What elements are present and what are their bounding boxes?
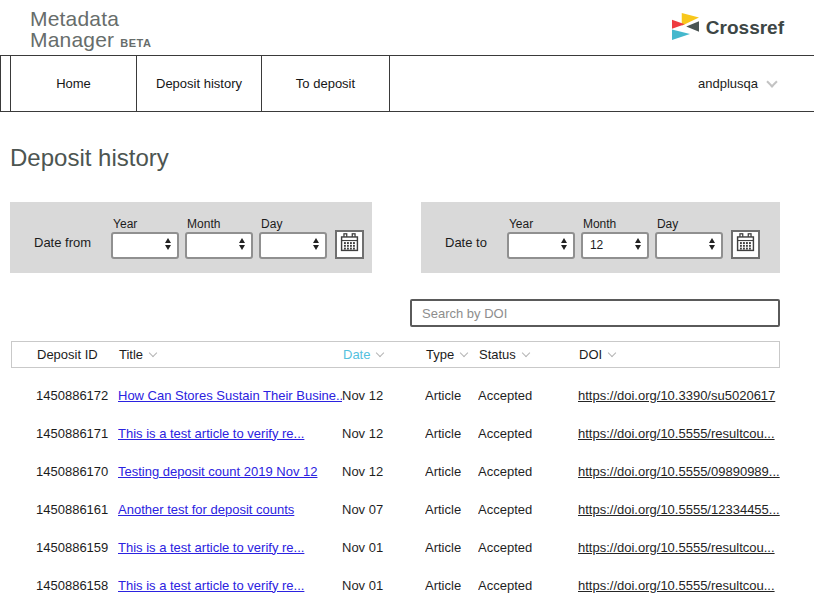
month-value: 12	[590, 238, 603, 252]
nav-tab-home-label: Home	[56, 76, 91, 91]
title-link[interactable]: Testing deposit count 2019 Nov 12	[118, 464, 317, 479]
metadata-manager-page: Metadata Manager BETA Crossref Home	[0, 0, 814, 613]
nav-right: andplusqa	[390, 56, 814, 111]
title-link[interactable]: How Can Stores Sustain Their Busine...	[118, 388, 342, 403]
nav-tab-deposit-history[interactable]: Deposit history	[137, 56, 262, 111]
date-to-day-select[interactable]	[655, 232, 723, 259]
column-header-deposit-id[interactable]: Deposit ID	[12, 347, 119, 362]
column-header-doi[interactable]: DOI	[579, 347, 779, 362]
calendar-icon	[340, 233, 359, 256]
date-from-year-select[interactable]	[111, 232, 179, 259]
crossref-wordmark: Crossref	[706, 17, 784, 39]
date-from-month-select[interactable]	[185, 232, 253, 259]
type-cell: Article	[425, 502, 478, 517]
month-label: Month	[187, 217, 253, 231]
table-row: 1450886161 Another test for deposit coun…	[11, 490, 780, 528]
day-label: Day	[657, 217, 723, 231]
date-from-fields: Year Month Day	[111, 217, 364, 259]
title-cell: How Can Stores Sustain Their Busine...	[118, 388, 342, 403]
doi-cell: https://doi.org/10.5555/12334455...	[578, 502, 780, 517]
nav-tab-to-deposit[interactable]: To deposit	[262, 56, 390, 111]
date-to-label: Date to	[445, 225, 487, 250]
sort-chevron-icon	[376, 349, 384, 357]
column-label: DOI	[579, 347, 602, 362]
select-stepper-icon	[561, 238, 567, 251]
date-from-year-field: Year	[111, 217, 179, 259]
sort-chevron-icon	[460, 349, 468, 357]
day-label: Day	[261, 217, 327, 231]
nav-spacer	[1, 56, 11, 111]
title-link[interactable]: This is a test article to verify re...	[118, 426, 304, 441]
doi-link[interactable]: https://doi.org/10.5555/12334455...	[578, 502, 780, 517]
deposit-id-cell: 1450886172	[11, 388, 118, 403]
table-body: 1450886172 How Can Stores Sustain Their …	[11, 376, 780, 604]
date-to-month-field: Month 12	[581, 217, 649, 259]
doi-cell: https://doi.org/10.5555/resultcou...	[578, 540, 780, 555]
column-header-type[interactable]: Type	[426, 347, 479, 362]
chevron-down-icon	[766, 76, 777, 87]
user-menu[interactable]: andplusqa	[698, 76, 776, 91]
nav-tab-home[interactable]: Home	[11, 56, 137, 111]
date-from-month-field: Month	[185, 217, 253, 259]
status-cell: Accepted	[478, 426, 578, 441]
doi-cell: https://doi.org/10.3390/su5020617	[578, 388, 780, 403]
date-filters: Date from Year Month D	[10, 202, 804, 273]
title-link[interactable]: This is a test article to verify re...	[118, 540, 304, 555]
deposit-id-cell: 1450886158	[11, 578, 118, 593]
date-to-year-select[interactable]	[507, 232, 575, 259]
date-cell: Nov 12	[342, 464, 425, 479]
title-cell: This is a test article to verify re...	[118, 578, 342, 593]
app-title: Metadata Manager BETA	[30, 8, 151, 54]
doi-link[interactable]: https://doi.org/10.5555/09890989...	[578, 464, 780, 479]
type-cell: Article	[425, 426, 478, 441]
title-cell: This is a test article to verify re...	[118, 426, 342, 441]
status-cell: Accepted	[478, 540, 578, 555]
deposit-id-cell: 1450886161	[11, 502, 118, 517]
status-cell: Accepted	[478, 388, 578, 403]
column-header-title[interactable]: Title	[119, 347, 343, 362]
title-cell: Another test for deposit counts	[118, 502, 342, 517]
doi-link[interactable]: https://doi.org/10.5555/resultcou...	[578, 540, 775, 555]
date-from-calendar-button[interactable]	[335, 230, 364, 259]
calendar-icon	[736, 233, 755, 256]
date-to-month-select[interactable]: 12	[581, 232, 649, 259]
date-cell: Nov 01	[342, 540, 425, 555]
date-to-day-field: Day	[655, 217, 723, 259]
date-to-fields: Year Month 12 Day	[507, 217, 760, 259]
column-label: Title	[119, 347, 143, 362]
column-label: Deposit ID	[37, 347, 98, 362]
doi-link[interactable]: https://doi.org/10.5555/resultcou...	[578, 426, 775, 441]
column-header-date[interactable]: Date	[343, 347, 426, 362]
nav-tab-deposit-history-label: Deposit history	[156, 76, 242, 91]
title-link[interactable]: This is a test article to verify re...	[118, 578, 304, 593]
doi-link[interactable]: https://doi.org/10.5555/resultcou...	[578, 578, 775, 593]
type-cell: Article	[425, 388, 478, 403]
title-link[interactable]: Another test for deposit counts	[118, 502, 294, 517]
top-header: Metadata Manager BETA Crossref	[0, 0, 814, 55]
type-cell: Article	[425, 578, 478, 593]
date-from-day-select[interactable]	[259, 232, 327, 259]
select-stepper-icon	[635, 238, 641, 251]
sort-chevron-icon	[522, 349, 530, 357]
date-to-year-field: Year	[507, 217, 575, 259]
type-cell: Article	[425, 540, 478, 555]
year-label: Year	[113, 217, 179, 231]
type-cell: Article	[425, 464, 478, 479]
column-label: Status	[479, 347, 516, 362]
date-to-calendar-button[interactable]	[731, 230, 760, 259]
search-input[interactable]	[410, 299, 780, 327]
title-cell: Testing deposit count 2019 Nov 12	[118, 464, 342, 479]
user-name: andplusqa	[698, 76, 758, 91]
table-row: 1450886170 Testing deposit count 2019 No…	[11, 452, 780, 490]
table-row: 1450886158 This is a test article to ver…	[11, 566, 780, 604]
date-cell: Nov 12	[342, 426, 425, 441]
doi-cell: https://doi.org/10.5555/resultcou...	[578, 426, 780, 441]
table-header: Deposit ID Title Date Type Status DOI	[11, 341, 780, 368]
select-stepper-icon	[709, 238, 715, 251]
date-to-filter: Date to Year Month 12 D	[421, 202, 780, 273]
search-row	[0, 299, 780, 327]
doi-link[interactable]: https://doi.org/10.3390/su5020617	[578, 388, 775, 403]
doi-cell: https://doi.org/10.5555/09890989...	[578, 464, 780, 479]
column-header-status[interactable]: Status	[479, 347, 579, 362]
sort-chevron-icon	[608, 349, 616, 357]
